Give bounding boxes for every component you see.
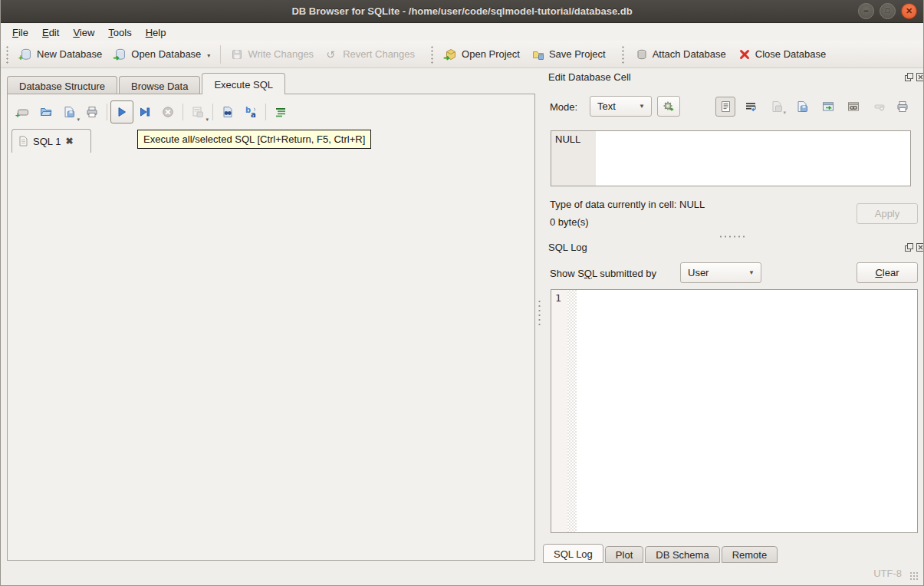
execute-tooltip: Execute all/selected SQL [Ctrl+Return, F… — [137, 130, 371, 149]
execute-line-button[interactable] — [133, 100, 156, 123]
word-wrap-icon — [745, 100, 757, 113]
tab-remote[interactable]: Remote — [722, 546, 778, 563]
open-database-button[interactable]: ➜ Open Database ▾ — [108, 44, 216, 64]
minimize-icon: − — [863, 7, 868, 15]
menu-help[interactable]: Help — [139, 25, 173, 40]
resize-grip[interactable] — [909, 571, 919, 581]
copy-link-button[interactable] — [843, 97, 863, 117]
close-button[interactable]: ✕ — [901, 3, 917, 19]
document-icon — [18, 136, 28, 146]
menu-view[interactable]: View — [66, 25, 101, 40]
close-dock-button[interactable] — [916, 73, 924, 81]
sql-log-view[interactable]: 1 — [551, 289, 918, 533]
chevron-down-icon: ▼ — [748, 269, 755, 276]
open-external-icon — [822, 100, 834, 113]
cell-value-editor[interactable]: NULL — [551, 130, 911, 186]
maximize-icon: □ — [886, 8, 889, 15]
main-tab-bar: Database Structure Browse Data Execute S… — [7, 73, 287, 94]
save-menu-arrow: ▾ — [77, 117, 80, 123]
maximize-button[interactable]: □ — [880, 3, 896, 19]
encoding-indicator: UTF-8 — [873, 568, 902, 579]
write-changes-button[interactable]: Write Changes — [225, 44, 320, 64]
open-project-button[interactable]: ➜ Open Project — [439, 44, 526, 64]
close-tab-icon[interactable]: ✖ — [65, 136, 73, 146]
import-icon — [771, 100, 783, 113]
execute-sql-button[interactable] — [110, 100, 133, 123]
menu-tools[interactable]: Tools — [101, 25, 138, 40]
sql-tab-label: SQL 1 — [33, 136, 61, 147]
mode-label: Mode: — [550, 101, 577, 113]
submitted-by-select[interactable]: User ▼ — [680, 262, 761, 283]
menubar: File Edit View Tools Help — [1, 24, 923, 41]
replace-icon: ba — [245, 106, 257, 118]
tab-execute-sql[interactable]: Execute SQL — [202, 73, 285, 94]
save-sql-file-button[interactable]: ▾ — [58, 100, 81, 123]
print-cell-button[interactable] — [893, 97, 912, 117]
open-in-external-button[interactable] — [818, 97, 838, 117]
format-icon — [275, 106, 287, 118]
float-dock-button[interactable] — [905, 73, 913, 81]
menu-file[interactable]: File — [5, 25, 35, 40]
open-database-icon: ➜ — [114, 48, 127, 61]
tab-database-structure[interactable]: Database Structure — [7, 76, 117, 94]
menu-edit[interactable]: Edit — [35, 25, 66, 40]
open-sql-file-button[interactable] — [35, 100, 58, 123]
new-database-button[interactable]: + New Database — [14, 44, 108, 64]
tab-db-schema[interactable]: DB Schema — [645, 546, 719, 563]
export-cell-button[interactable] — [792, 97, 812, 117]
toolbar-grip[interactable] — [621, 45, 625, 64]
stop-execution-button[interactable] — [156, 100, 179, 123]
clear-log-button[interactable]: Clear — [857, 262, 918, 283]
auto-switch-mode-button[interactable] — [657, 96, 680, 117]
open-database-menu-arrow[interactable]: ▾ — [207, 52, 210, 61]
write-changes-icon — [231, 48, 243, 61]
execute-sql-panel — [7, 94, 535, 561]
save-results-button[interactable]: ▾ — [186, 100, 209, 123]
import-cell-button[interactable]: ▾ — [767, 97, 787, 117]
mode-select[interactable]: Text ▼ — [590, 96, 652, 117]
attach-database-button[interactable]: Attach Database — [630, 44, 732, 64]
close-database-button[interactable]: Close Database — [732, 44, 833, 64]
print-button[interactable] — [81, 100, 104, 123]
dock-tab-bar: SQL Log Plot DB Schema Remote — [543, 544, 779, 563]
find-button[interactable] — [216, 100, 239, 123]
attach-database-icon — [636, 48, 648, 61]
sql-file-tab[interactable]: SQL 1 ✖ — [12, 129, 91, 153]
revert-changes-icon: ↺ — [326, 48, 338, 61]
dock-splitter-handle[interactable] — [538, 299, 541, 328]
revert-changes-button[interactable]: ↺ Revert Changes — [320, 44, 421, 64]
chevron-down-icon: ▼ — [639, 103, 645, 110]
printer-icon — [86, 106, 98, 118]
save-results-menu-arrow: ▾ — [206, 117, 209, 123]
dock-splitter-handle[interactable] — [718, 235, 748, 239]
close-dock-button[interactable] — [916, 243, 924, 252]
new-sql-tab-button[interactable]: + — [12, 100, 35, 123]
open-file-icon — [40, 106, 52, 118]
replace-button[interactable]: ba — [239, 100, 262, 123]
text-mode-button[interactable] — [715, 97, 735, 117]
save-results-icon — [192, 106, 204, 118]
toolbar-grip[interactable] — [430, 45, 434, 64]
save-file-icon — [63, 106, 75, 118]
document-icon — [720, 100, 732, 113]
show-sql-label: Show SQL submitted by — [550, 268, 656, 279]
toolbar-grip[interactable] — [5, 45, 9, 64]
set-null-button[interactable] — [870, 97, 889, 117]
tab-sql-log[interactable]: SQL Log — [543, 544, 603, 563]
edit-cell-title: Edit Database Cell — [548, 71, 631, 83]
tab-plot[interactable]: Plot — [605, 546, 643, 563]
float-dock-button[interactable] — [905, 243, 913, 252]
tab-browse-data[interactable]: Browse Data — [119, 76, 200, 94]
save-icon — [796, 100, 808, 113]
apply-button[interactable]: Apply — [857, 203, 918, 224]
link-icon — [847, 100, 860, 113]
main-toolbar: + New Database ➜ Open Database ▾ Write C… — [1, 41, 923, 68]
new-database-icon: + — [20, 48, 32, 61]
log-line-number: 1 — [555, 292, 561, 304]
word-wrap-button[interactable] — [741, 97, 761, 117]
titlebar[interactable]: DB Browser for SQLite - /home/user/code/… — [1, 0, 923, 23]
window-title: DB Browser for SQLite - /home/user/code/… — [291, 5, 632, 17]
save-project-button[interactable]: Save Project — [526, 44, 612, 64]
minimize-button[interactable]: − — [858, 3, 874, 19]
format-sql-button[interactable] — [269, 100, 292, 123]
